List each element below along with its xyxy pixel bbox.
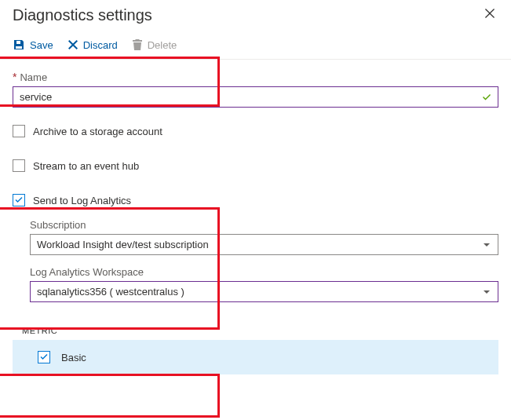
checkmark-icon — [14, 195, 24, 205]
workspace-value: sqlanalytics356 ( westcentralus ) — [37, 286, 184, 298]
metric-heading: METRIC — [22, 326, 498, 335]
basic-checkbox[interactable] — [38, 351, 50, 363]
workspace-dropdown[interactable]: sqlanalytics356 ( westcentralus ) — [30, 281, 498, 302]
close-icon — [484, 8, 495, 19]
delete-icon — [132, 38, 143, 51]
workspace-label: Log Analytics Workspace — [30, 266, 498, 278]
log-analytics-checkbox[interactable] — [13, 194, 25, 206]
save-button[interactable]: Save — [13, 38, 53, 51]
save-label: Save — [30, 39, 53, 51]
required-star-icon: * — [13, 71, 16, 83]
discard-icon — [68, 39, 78, 50]
subscription-label: Subscription — [30, 219, 498, 231]
close-button[interactable] — [481, 6, 498, 23]
archive-checkbox[interactable] — [13, 125, 25, 137]
stream-checkbox[interactable] — [13, 159, 25, 172]
name-input[interactable] — [13, 86, 498, 108]
log-analytics-label: Send to Log Analytics — [33, 195, 131, 206]
highlight-box — [0, 374, 220, 418]
basic-label: Basic — [61, 352, 86, 363]
subscription-dropdown[interactable]: Workload Insight dev/test subscription — [30, 234, 498, 255]
checkmark-icon — [39, 352, 49, 362]
archive-label: Archive to a storage account — [33, 126, 162, 137]
valid-check-icon — [481, 92, 492, 103]
delete-label: Delete — [148, 39, 177, 51]
chevron-down-icon — [482, 240, 491, 250]
metric-basic-row[interactable]: Basic — [13, 340, 498, 374]
name-label: * Name — [13, 71, 498, 83]
stream-label: Stream to an event hub — [33, 160, 139, 172]
save-icon — [13, 38, 25, 51]
toolbar: Save Discard Delete — [0, 27, 511, 60]
delete-button: Delete — [132, 38, 177, 51]
discard-button[interactable]: Discard — [68, 39, 118, 51]
discard-label: Discard — [83, 39, 118, 51]
page-title: Diagnostics settings — [13, 6, 152, 24]
chevron-down-icon — [482, 287, 491, 297]
subscription-value: Workload Insight dev/test subscription — [37, 239, 209, 250]
